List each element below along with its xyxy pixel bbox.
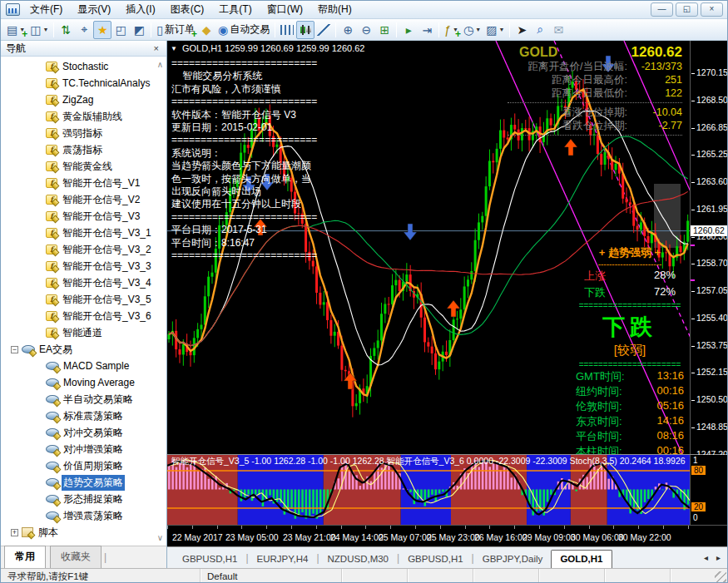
time-axis-label: 30 May 06:00 [571, 532, 624, 542]
menu-w[interactable]: 窗口(W) [260, 0, 310, 19]
menu-i[interactable]: 插入(I) [118, 0, 162, 19]
tree-item[interactable]: −EA交易 [1, 341, 166, 358]
tree-item[interactable]: 形态捕捉策略 [1, 491, 166, 507]
tree-item[interactable]: 智能开仓信号_V2 [1, 191, 166, 208]
ea-group-icon [22, 344, 34, 354]
templates-button[interactable]: ▨▼ [483, 21, 507, 39]
overlay-text-line: ========================= [171, 211, 317, 224]
tree-item[interactable]: 智能开仓信号_V3_5 [1, 291, 166, 308]
sidebar-tab-favorites[interactable]: 收藏夹 [50, 546, 102, 568]
crosshair-magnifier-button[interactable]: ⌕ [531, 21, 549, 39]
chart-tab-eurjpyh4[interactable]: EURJPY,H4 [249, 551, 317, 568]
auto-scroll-button[interactable]: ▸ [399, 21, 418, 39]
ea-icon [46, 361, 58, 371]
tree-item-label: 对冲增强策略 [62, 442, 125, 457]
tree-item[interactable]: 增强震荡策略 [1, 507, 166, 524]
info-row: 距离今日最高价:251 [508, 73, 682, 86]
tree-item[interactable]: 智能开仓信号_V3_3 [1, 258, 166, 274]
chat-button[interactable]: ✉ [549, 21, 567, 39]
tree-item[interactable]: 智能开仓信号_V1 [1, 175, 166, 191]
terminal-button[interactable]: ◰ [111, 21, 130, 39]
tree-item[interactable]: MACD Sample [1, 358, 166, 374]
tree-item[interactable]: 对冲交易策略 [1, 424, 166, 441]
tab-scroll-left-icon[interactable]: ◂ [704, 553, 708, 562]
sidebar-tab-common[interactable]: 常用 [4, 546, 46, 568]
menu-t[interactable]: 工具(T) [211, 0, 259, 19]
tree-item[interactable]: TC.TechnicalAnalys [1, 75, 166, 91]
tree-item[interactable]: 智能开仓信号_V3_4 [1, 274, 166, 291]
tree-item[interactable]: 智能通道 [1, 324, 166, 341]
chart-tab-gbpjpydaily[interactable]: GBPJPY,Daily [474, 551, 552, 568]
metaeditor-button[interactable]: ◆ [197, 21, 215, 39]
autotrading-button[interactable]: ◉自动交易 [215, 21, 272, 39]
chart-candles-button[interactable] [296, 21, 314, 39]
tree-item[interactable]: Moving Average [1, 374, 166, 391]
menu-v[interactable]: 显示(V) [70, 0, 118, 19]
tab-scroll-right-icon[interactable]: ▸ [716, 553, 721, 562]
tree-item[interactable]: Stochastic [1, 58, 166, 75]
price-axis[interactable]: 1270.151268.501266.851265.251263.601261.… [690, 41, 727, 454]
new-order-label: 新订单 [165, 22, 195, 37]
trend-strength: [较弱] [574, 342, 686, 360]
tree-item[interactable]: 标准震荡策略 [1, 408, 166, 424]
tree-item[interactable]: 黄金版辅助线 [1, 108, 166, 125]
periods-button[interactable]: ◷▼ [461, 21, 483, 39]
chart-shift-button[interactable]: ⇥ [418, 21, 436, 39]
tree-item[interactable]: 强弱指标 [1, 125, 166, 141]
up-label: 上涨 [584, 269, 606, 284]
tree-item[interactable]: 趋势交易策略 [1, 474, 166, 491]
menu-h[interactable]: 帮助(H) [310, 0, 359, 19]
new-order-button[interactable]: ▯+新订单 [154, 21, 197, 39]
chart-tab-nzdusdm30[interactable]: NZDUSD,M30 [319, 551, 397, 568]
menu-c[interactable]: 图表(C) [163, 0, 212, 19]
new-chart-button[interactable]: ▤+▼ [4, 21, 27, 39]
collapse-box-icon[interactable]: − [11, 346, 18, 353]
navigator-title: 导航 [6, 42, 26, 56]
close-button[interactable]: × [701, 2, 723, 17]
tree-item[interactable]: 智能黄金线 [1, 158, 166, 175]
overlay-text-line: 平台时间：8:16:47 [171, 237, 317, 250]
zoom-in-button[interactable]: ⊕ [339, 21, 357, 39]
resize-grip[interactable] [715, 571, 726, 583]
chart-tab-gbpusdh1[interactable]: GBPUSD,H1 [399, 551, 471, 568]
indicator-subwindow[interactable]: 智能开仓信号_V3_5 -1.00 1262.28 -1.00 -1.00 12… [167, 454, 727, 525]
navigator-button[interactable]: ★ [93, 21, 111, 39]
tree-item[interactable]: 智能开仓信号_V3_1 [1, 225, 166, 241]
tree-item[interactable]: ZigZag [1, 91, 166, 108]
plus-icon: + [22, 28, 27, 40]
collapse-indicator-icon[interactable]: ▼ [171, 45, 177, 52]
restore-button[interactable]: ◱ [676, 2, 698, 17]
tree-item[interactable]: 半自动交易策略 [1, 391, 166, 408]
cursor-button[interactable]: ➤ [513, 21, 531, 39]
strategy-tester-button[interactable]: ◩ [130, 21, 148, 39]
data-window-button[interactable]: ⌖ [75, 21, 93, 39]
chart-line-button[interactable] [314, 21, 333, 39]
tree-item[interactable]: 智能开仓信号_V3 [1, 208, 166, 225]
chart-plot-area[interactable]: ▼ GOLD,H1 1259.99 1260.69 1259.99 1260.6… [167, 41, 690, 454]
chart-tab-gbpusdh1[interactable]: GBPUSD,H1 [174, 551, 245, 568]
close-icon[interactable]: × [151, 43, 161, 53]
indicators-list-button[interactable]: ƒ+▼ [442, 21, 461, 39]
tree-item[interactable]: 智能开仓信号_V3_2 [1, 241, 166, 258]
menu-f[interactable]: 文件(F) [22, 0, 70, 19]
scroll-up-icon[interactable]: ∧ [157, 60, 163, 69]
profiles-button[interactable]: ◫▼ [27, 21, 51, 39]
app-icon[interactable] [6, 3, 20, 16]
chart-tab-goldh1[interactable]: GOLD,H1 [551, 550, 612, 568]
minimize-button[interactable]: — [651, 2, 673, 17]
status-profile[interactable]: Default [201, 569, 342, 583]
market-watch-button[interactable]: ⇅ [57, 21, 75, 39]
tile-windows-button[interactable]: ⊞ [375, 21, 394, 39]
tree-item[interactable]: +脚本 [1, 524, 166, 541]
expand-box-icon[interactable]: + [11, 529, 18, 536]
tree-item[interactable]: 价值周期策略 [1, 457, 166, 474]
tree-item[interactable]: 智能开仓信号_V3_6 [1, 308, 166, 324]
tree-item[interactable]: 对冲增强策略 [1, 441, 166, 457]
chart-bars-button[interactable] [278, 21, 296, 39]
time-axis[interactable]: 22 May 201723 May 05:0023 May 21:0024 Ma… [167, 525, 727, 546]
tree-item[interactable]: 震荡指标 [1, 141, 166, 158]
zoom-out-button[interactable]: ⊖ [357, 21, 375, 39]
periods-icon: ◷ [463, 23, 473, 37]
ea-icon [46, 477, 58, 487]
scroll-down-icon[interactable]: ∨ [157, 533, 163, 542]
